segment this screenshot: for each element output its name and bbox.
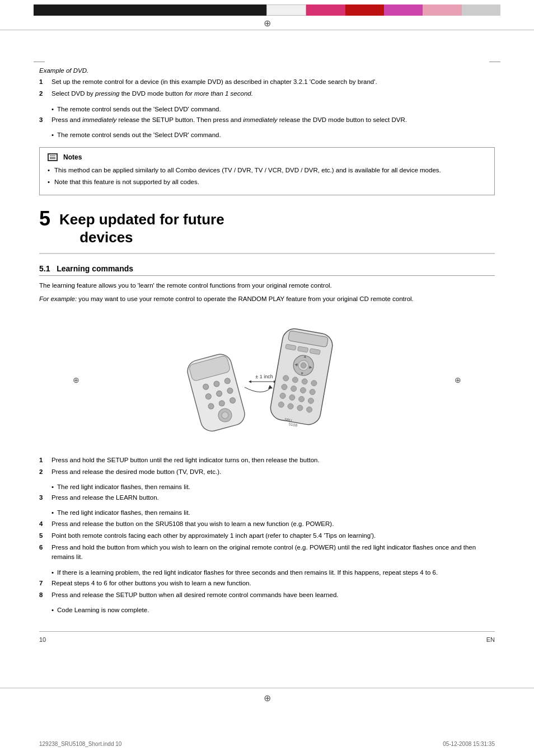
left-crosshair: ⊕ [73, 375, 79, 384]
inch-text: ± 1 inch [255, 374, 273, 379]
reg-mark-top: ⊕ [264, 18, 271, 29]
bullet-text-select-dvd: The remote control sends out the 'Select… [57, 105, 221, 114]
list-item-3: 3 Press and immediately release the SETU… [39, 115, 495, 125]
step-2-bullet: The red light indicator flashes, then re… [51, 482, 495, 491]
step-5: 5 Point both remote controls facing each… [39, 531, 495, 541]
section-title: Keep updated for future devices [59, 209, 224, 246]
step-num-5: 5 [39, 531, 49, 541]
item-text-3: Press and immediately release the SETUP … [51, 115, 495, 125]
step-text-5: Point both remote controls facing each o… [51, 531, 495, 541]
file-info-left: 129238_SRU5108_Short.indd 10 [39, 741, 121, 747]
svg-text:▼: ▼ [300, 371, 305, 375]
svg-text:SRU: SRU [284, 417, 292, 422]
top-registration: ⊕ [0, 18, 534, 29]
svg-text:▲: ▲ [303, 354, 307, 358]
step-num-7: 7 [39, 579, 49, 588]
notes-icon-line-1 [50, 156, 55, 156]
step-num-3: 3 [39, 493, 49, 503]
color-seg-pink [306, 4, 345, 16]
bottom-border: ⊕ [0, 688, 534, 703]
step-text-6: Press and hold the button from which you… [51, 543, 495, 562]
color-bar [34, 4, 500, 16]
step-num-6: 6 [39, 543, 49, 552]
step-num-8: 8 [39, 590, 49, 600]
body-text-2: For example: you may want to use your re… [39, 294, 495, 304]
color-seg-light-gray [462, 4, 500, 16]
item-num-3: 3 [39, 115, 49, 125]
color-seg-5 [189, 4, 227, 16]
step-8: 8 Press and release the SETUP button whe… [39, 590, 495, 600]
intro-numbered-list-2: 3 Press and immediately release the SETU… [39, 115, 495, 125]
note-item-2: Note that this feature is not supported … [48, 177, 486, 187]
bullet-text-select-dvr: The remote control sends out the 'Select… [57, 130, 221, 139]
step-text-3: Press and release the LEARN button. [51, 493, 495, 503]
steps-list-2: 3 Press and release the LEARN button. [39, 493, 495, 503]
body-text-1: The learning feature allows you to 'lear… [39, 280, 495, 290]
list-item-2: 2 Select DVD by pressing the DVD mode bu… [39, 89, 495, 98]
content-area: Example of DVD. 1 Set up the remote cont… [39, 67, 495, 643]
step-1: 1 Press and hold the SETUP button until … [39, 456, 495, 465]
remote-svg-container: ± 1 inch [177, 321, 357, 439]
notes-icon [48, 153, 58, 161]
color-seg-3 [111, 4, 150, 16]
item-num-2: 2 [39, 89, 49, 98]
color-seg-red [345, 4, 384, 16]
step-text-2: Press and release the desired mode butto… [51, 467, 495, 477]
steps-list-3: 4 Press and release the button on the SR… [39, 519, 495, 562]
section-number: 5 [39, 209, 50, 229]
notes-list: This method can be applied similarly to … [48, 166, 486, 187]
notes-icon-line-3 [50, 158, 55, 159]
bullet-select-dvd: The remote control sends out the 'Select… [51, 105, 495, 114]
svg-marker-13 [268, 385, 273, 389]
section-heading: 5 Keep updated for future devices [39, 209, 495, 253]
step-num-2: 2 [39, 467, 49, 477]
step-text-4: Press and release the button on the SRU5… [51, 519, 495, 529]
step-8-bullet: Code Learning is now complete. [51, 605, 495, 614]
subsection-heading: 5.1 Learning commands [39, 264, 495, 276]
step-3-bullet: The red light indicator flashes, then re… [51, 508, 495, 517]
color-seg-2 [72, 4, 111, 16]
color-seg-magenta [384, 4, 423, 16]
intro-numbered-list: 1 Set up the remote control for a device… [39, 77, 495, 99]
lang-label: EN [486, 636, 495, 643]
bottom-reg-mark: ⊕ [0, 693, 534, 703]
left-remote [185, 351, 247, 433]
image-area: ⊕ [39, 316, 495, 444]
step-6-bullet-text: If there is a learning problem, the red … [57, 568, 438, 577]
file-info: 129238_SRU5108_Short.indd 10 05-12-2008 … [0, 741, 534, 747]
list-item-1: 1 Set up the remote control for a device… [39, 77, 495, 87]
step-6-bullet: If there is a learning problem, the red … [51, 568, 495, 577]
step-text-7: Repeat steps 4 to 6 for other buttons yo… [51, 579, 495, 588]
item-text-2: Select DVD by pressing the DVD mode butt… [51, 89, 495, 98]
color-seg-light-pink [423, 4, 461, 16]
file-info-right: 05-12-2008 15:31:35 [443, 741, 495, 747]
item-text-1: Set up the remote control for a device (… [51, 77, 495, 87]
right-remote: ▲ ▼ ◀ ▶ [268, 327, 335, 431]
notes-box: Notes This method can be applied similar… [39, 147, 495, 196]
item-num-1: 1 [39, 77, 49, 87]
margin-mark-top-right [489, 62, 500, 62]
steps-list-4: 7 Repeat steps 4 to 6 for other buttons … [39, 579, 495, 600]
color-seg-1 [34, 4, 72, 16]
step-2-bullet-text: The red light indicator flashes, then re… [57, 482, 190, 491]
step-num-4: 4 [39, 519, 49, 529]
header: ⊕ [0, 0, 534, 34]
margin-mark-top-left [34, 62, 45, 62]
example-label: Example of DVD. [39, 67, 495, 74]
step-num-1: 1 [39, 456, 49, 465]
right-crosshair: ⊕ [455, 375, 461, 384]
step-text-8: Press and release the SETUP button when … [51, 590, 495, 600]
steps-list: 1 Press and hold the SETUP button until … [39, 456, 495, 477]
step-3: 3 Press and release the LEARN button. [39, 493, 495, 503]
header-divider [0, 30, 534, 30]
notes-icon-line-2 [50, 157, 55, 158]
step-text-1: Press and hold the SETUP button until th… [51, 456, 495, 465]
footer: 10 EN [39, 631, 495, 643]
subsection-label: 5.1 Learning commands [39, 264, 133, 273]
remote-svg: ± 1 inch [177, 321, 357, 439]
svg-text:5108: 5108 [288, 422, 298, 428]
note-item-1: This method can be applied similarly to … [48, 166, 486, 175]
step-3-bullet-text: The red light indicator flashes, then re… [57, 508, 190, 517]
notes-title: Notes [63, 153, 82, 161]
step-7: 7 Repeat steps 4 to 6 for other buttons … [39, 579, 495, 588]
